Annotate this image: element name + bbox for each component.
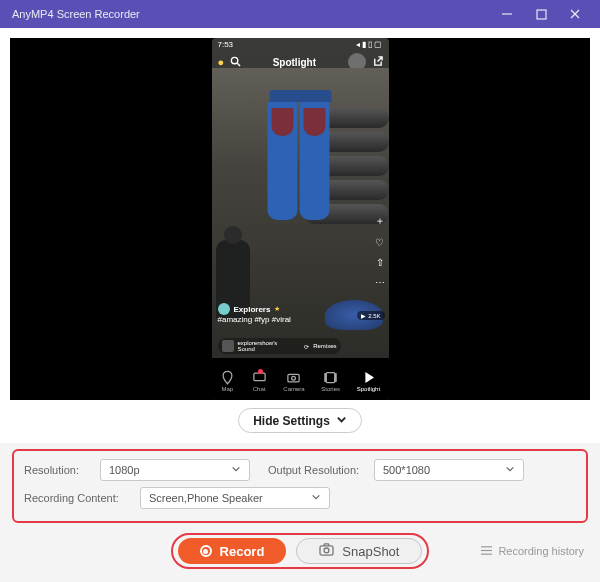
hide-settings-button[interactable]: Hide Settings <box>238 408 362 433</box>
svg-line-5 <box>237 63 240 66</box>
sound-attribution: explorershow'sSound ⟳ Remixes <box>218 338 341 354</box>
svg-rect-1 <box>537 10 546 19</box>
svg-rect-9 <box>326 372 335 382</box>
title-bar: AnyMP4 Screen Recorder <box>0 0 600 28</box>
feed-actions: ＋ ♡ ⇧ ⋯ <box>375 214 385 288</box>
snapshot-button[interactable]: SnapShot <box>296 538 422 564</box>
recording-history-link[interactable]: Recording history <box>480 545 584 558</box>
bottom-action-bar: Record SnapShot Recording history <box>0 523 600 569</box>
recording-history-label: Recording history <box>498 545 584 557</box>
svg-rect-6 <box>253 373 264 381</box>
recording-content-select[interactable]: Screen,Phone Speaker <box>140 487 330 509</box>
recording-content-value: Screen,Phone Speaker <box>149 492 263 504</box>
phone-time: 7:53 <box>218 40 234 49</box>
hide-settings-label: Hide Settings <box>253 414 330 428</box>
notification-dot-icon <box>258 369 263 374</box>
resolution-value: 1080p <box>109 464 140 476</box>
video-feed: ＋ ♡ ⇧ ⋯ Explorers★ #amazing #fyp #viral … <box>212 68 389 358</box>
maximize-button[interactable] <box>524 0 558 28</box>
lightbulb-icon: ● <box>218 56 225 68</box>
nav-chat: Chat <box>252 370 267 392</box>
svg-rect-11 <box>335 373 336 381</box>
resolution-select[interactable]: 1080p <box>100 459 250 481</box>
svg-point-4 <box>232 57 238 63</box>
settings-panel: Resolution: 1080p Output Resolution: 500… <box>12 449 588 523</box>
output-resolution-value: 500*1080 <box>383 464 430 476</box>
output-resolution-label: Output Resolution: <box>268 464 366 476</box>
snapshot-label: SnapShot <box>342 544 399 559</box>
preview-area: 7:53 ◂ ▮ ▯ ▢ ● Spotlight ＋ <box>0 28 600 443</box>
svg-point-13 <box>324 548 329 553</box>
chevron-down-icon <box>336 414 347 428</box>
output-resolution-select[interactable]: 500*1080 <box>374 459 524 481</box>
add-icon: ＋ <box>375 214 385 228</box>
search-icon <box>230 56 241 69</box>
more-icon: ⋯ <box>375 277 385 288</box>
view-count: 2.5K <box>368 313 380 319</box>
record-button[interactable]: Record <box>178 538 287 564</box>
nav-stories: Stories <box>321 370 340 392</box>
heart-icon: ♡ <box>375 237 384 248</box>
primary-button-group: Record SnapShot <box>171 533 430 569</box>
phone-mirror: 7:53 ◂ ▮ ▯ ▢ ● Spotlight ＋ <box>212 38 389 400</box>
minimize-button[interactable] <box>490 0 524 28</box>
play-icon: ▶ <box>361 312 366 319</box>
chevron-down-icon <box>311 492 321 504</box>
jeans-subject <box>268 90 333 220</box>
sound-label: Sound <box>238 346 255 352</box>
nav-camera: Camera <box>283 370 304 392</box>
spotlight-heading: Spotlight <box>247 57 341 68</box>
resolution-label: Resolution: <box>24 464 92 476</box>
phone-status-bar: 7:53 ◂ ▮ ▯ ▢ <box>212 38 389 51</box>
video-meta: Explorers★ #amazing #fyp #viral <box>218 303 291 324</box>
record-icon <box>200 545 212 557</box>
nav-map: Map <box>220 370 235 392</box>
chevron-down-icon <box>231 464 241 476</box>
svg-rect-7 <box>288 374 299 382</box>
remix-label: Remixes <box>313 343 336 349</box>
remix-icon: ⟳ <box>304 343 309 350</box>
recording-content-label: Recording Content: <box>24 492 132 504</box>
close-button[interactable] <box>558 0 592 28</box>
star-icon: ★ <box>274 305 280 313</box>
svg-rect-12 <box>320 546 333 555</box>
recording-stage: 7:53 ◂ ▮ ▯ ▢ ● Spotlight ＋ <box>10 38 590 400</box>
uploader-avatar <box>218 303 230 315</box>
share-up-icon: ⇧ <box>376 257 384 268</box>
svg-point-8 <box>292 376 296 380</box>
snap-bottom-nav: Map Chat Camera Stories Spotlight <box>212 358 389 400</box>
views-pill: ▶2.5K <box>357 311 384 320</box>
list-icon <box>480 545 493 558</box>
record-label: Record <box>220 544 265 559</box>
uploader-name: Explorers <box>234 305 271 314</box>
hashtags: #amazing #fyp #viral <box>218 315 291 324</box>
app-title: AnyMP4 Screen Recorder <box>12 8 490 20</box>
nav-spotlight: Spotlight <box>357 370 380 392</box>
svg-rect-10 <box>325 373 326 381</box>
phone-status-icons: ◂ ▮ ▯ ▢ <box>356 40 383 49</box>
sound-avatar <box>222 340 234 352</box>
camera-icon <box>319 543 334 559</box>
chevron-down-icon <box>505 464 515 476</box>
share-icon <box>372 56 383 69</box>
